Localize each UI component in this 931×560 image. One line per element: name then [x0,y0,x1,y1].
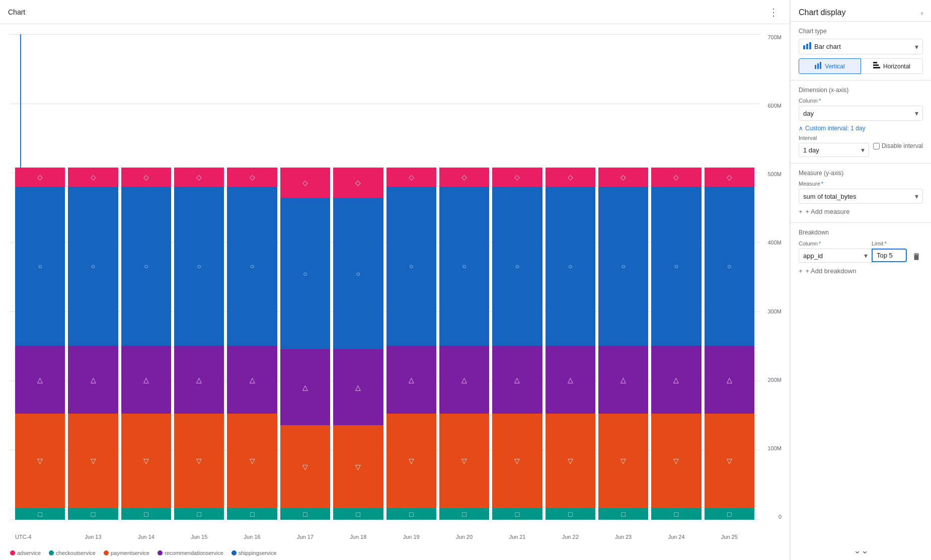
bar-segment-teal[interactable]: □ [651,508,701,520]
bar-segment-purple[interactable]: △ [492,346,542,414]
bar-segment-blue[interactable]: ○ [492,187,542,346]
bar-segment-pink[interactable]: ◇ [598,168,648,187]
bar-segment-teal[interactable]: □ [705,508,754,520]
breakdown-col-select[interactable]: app_id service_name region [803,252,864,260]
chart-type-select-wrapper[interactable]: Bar chart Line chart Pie chart ▾ [799,39,923,54]
bar-segment-purple[interactable]: △ [68,346,118,414]
bar-segment-teal[interactable]: □ [15,508,65,520]
bar-segment-pink[interactable]: ◇ [386,168,436,187]
vertical-button[interactable]: Vertical [799,58,861,74]
bar-segment-teal[interactable]: □ [333,508,383,520]
bar-segment-pink[interactable]: ◇ [546,168,595,187]
bar-segment-pink[interactable]: ◇ [439,168,489,187]
bar-segment-teal[interactable]: □ [174,508,224,520]
bar-segment-orange[interactable]: ▽ [121,414,171,508]
bar-segment-orange[interactable]: ▽ [705,414,754,508]
breakdown-limit-input-wrapper[interactable] [872,249,907,262]
interval-select[interactable]: 1 day 1 hour 1 week 1 month [803,146,861,154]
bar-segment-orange[interactable]: ▽ [15,414,65,508]
measure-select-wrapper[interactable]: sum of total_bytes count avg of total_by… [799,189,923,204]
chart-menu-button[interactable]: ⋮ [765,4,782,20]
bar-segment-teal[interactable]: □ [598,508,648,520]
custom-interval-header[interactable]: ∧ Custom interval: 1 day [799,125,923,132]
bar-segment-purple[interactable]: △ [439,346,489,414]
bar-segment-pink[interactable]: ◇ [15,168,65,187]
horizontal-button[interactable]: Horizontal [861,58,923,74]
bar-segment-teal[interactable]: □ [492,508,542,520]
bar-segment-pink[interactable]: ◇ [68,168,118,187]
bar-segment-teal[interactable]: □ [386,508,436,520]
bar-segment-purple[interactable]: △ [174,346,224,414]
bar-segment-orange[interactable]: ▽ [333,425,383,509]
bar-segment-blue[interactable]: ○ [651,187,701,346]
bar-segment-blue[interactable]: ○ [227,187,277,346]
column-select[interactable]: day week month [803,110,915,117]
bar-segment-orange[interactable]: ▽ [598,414,648,508]
bar-segment-purple[interactable]: △ [705,346,754,414]
bar-segment-orange[interactable]: ▽ [386,414,436,508]
bar-segment-orange[interactable]: ▽ [68,414,118,508]
bar-segment-pink[interactable]: ◇ [333,168,383,198]
add-measure-button[interactable]: + + Add measure [799,204,923,216]
svg-rect-5 [820,62,821,69]
bar-segment-blue[interactable]: ○ [439,187,489,346]
column-select-wrapper[interactable]: day week month ▾ [799,106,923,121]
bar-segment-blue[interactable]: ○ [280,198,330,349]
collapse-bottom-icon[interactable]: ⌄⌄ [854,545,869,556]
bar-segment-teal[interactable]: □ [68,508,118,520]
chevron-up-icon: ∧ [799,125,803,132]
bar-segment-purple[interactable]: △ [227,346,277,414]
bar-segment-orange[interactable]: ▽ [227,414,277,508]
bar-segment-blue[interactable]: ○ [333,198,383,349]
breakdown-delete-button[interactable] [910,250,923,263]
bar-segment-blue[interactable]: ○ [174,187,224,346]
bar-segment-pink[interactable]: ◇ [705,168,754,187]
bar-segment-orange[interactable]: ▽ [651,414,701,508]
bar-segment-purple[interactable]: △ [15,346,65,414]
bar-segment-purple[interactable]: △ [598,346,648,414]
add-breakdown-button[interactable]: + + Add breakdown [799,263,923,276]
interval-select-wrapper[interactable]: 1 day 1 hour 1 week 1 month ▾ [799,143,869,157]
bar-segment-orange[interactable]: ▽ [546,414,595,508]
bar-segment-purple[interactable]: △ [546,346,595,414]
breakdown-limit-input[interactable] [877,252,902,259]
bar-segment-pink[interactable]: ◇ [121,168,171,187]
bar-segment-orange[interactable]: ▽ [174,414,224,508]
svg-rect-0 [803,45,805,49]
measure-select[interactable]: sum of total_bytes count avg of total_by… [803,193,915,200]
bar-segment-blue[interactable]: ○ [705,187,754,346]
bar-segment-purple[interactable]: △ [651,346,701,414]
bar-segment-blue[interactable]: ○ [546,187,595,346]
bar-segment-teal[interactable]: □ [439,508,489,520]
vertical-bar-icon [815,62,822,70]
bar-segment-purple[interactable]: △ [386,346,436,414]
bar-segment-purple[interactable]: △ [280,349,330,425]
legend-color-dot [49,550,54,555]
bar-segment-orange[interactable]: ▽ [492,414,542,508]
chart-type-select[interactable]: Bar chart Line chart Pie chart [814,43,915,50]
bar-segment-purple[interactable]: △ [121,346,171,414]
y-label-700m: 700M [767,34,782,40]
bar-segment-blue[interactable]: ○ [121,187,171,346]
bar-segment-pink[interactable]: ◇ [227,168,277,187]
disable-interval-checkbox-wrapper[interactable]: Disable interval [873,142,923,149]
bar-segment-blue[interactable]: ○ [15,187,65,346]
bar-segment-orange[interactable]: ▽ [439,414,489,508]
bar-segment-pink[interactable]: ◇ [651,168,701,187]
bar-segment-blue[interactable]: ○ [598,187,648,346]
disable-interval-checkbox[interactable] [873,143,880,149]
bar-segment-pink[interactable]: ◇ [492,168,542,187]
breakdown-col-select-wrapper[interactable]: app_id service_name region ▾ [799,249,872,263]
bar-segment-blue[interactable]: ○ [386,187,436,346]
bar-segment-pink[interactable]: ◇ [280,168,330,198]
bar-segment-blue[interactable]: ○ [68,187,118,346]
breakdown-col-chevron-icon: ▾ [864,252,868,260]
panel-collapse-button[interactable]: › [921,9,923,17]
bar-segment-orange[interactable]: ▽ [280,425,330,509]
bar-segment-purple[interactable]: △ [333,349,383,425]
bar-segment-teal[interactable]: □ [121,508,171,520]
bar-segment-pink[interactable]: ◇ [174,168,224,187]
bar-segment-teal[interactable]: □ [546,508,595,520]
bar-segment-teal[interactable]: □ [227,508,277,520]
bar-segment-teal[interactable]: □ [280,508,330,520]
